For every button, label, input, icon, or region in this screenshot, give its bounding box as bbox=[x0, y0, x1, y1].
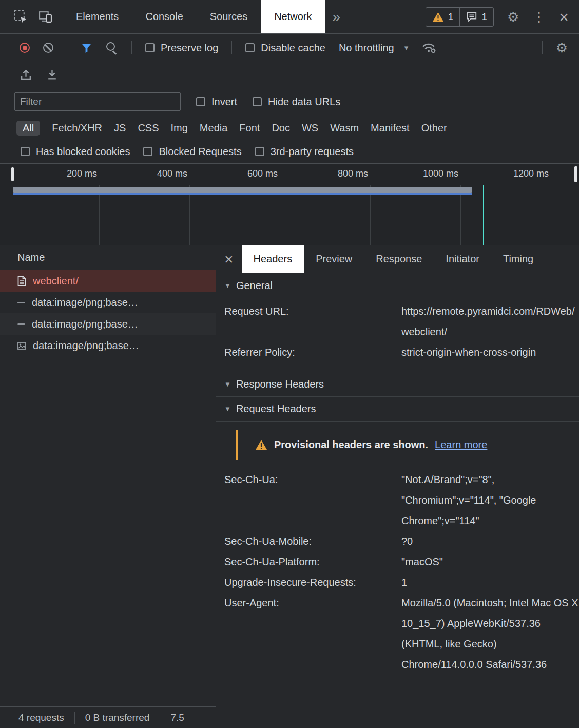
preserve-log-checkbox[interactable] bbox=[145, 43, 155, 52]
type-filter-wasm[interactable]: Wasm bbox=[330, 121, 359, 136]
header-value: "Not.A/Brand";v="8", "Chromium";v="114",… bbox=[401, 469, 579, 531]
timeline-tick: 1200 ms bbox=[461, 168, 551, 179]
filter-input[interactable] bbox=[14, 92, 181, 111]
messages-badge[interactable]: 1 bbox=[459, 8, 493, 26]
blocked-requests-checkbox[interactable] bbox=[143, 147, 152, 156]
kebab-menu-icon[interactable]: ⋮ bbox=[532, 10, 546, 24]
hide-data-urls-checkbox[interactable] bbox=[253, 97, 262, 106]
close-devtools-icon[interactable]: × bbox=[559, 9, 569, 25]
header-value: "macOS" bbox=[401, 551, 579, 572]
detail-tab-response[interactable]: Response bbox=[364, 245, 434, 273]
search-icon[interactable] bbox=[106, 42, 118, 54]
timeline-tick: 600 ms bbox=[190, 168, 280, 179]
resource-type-filters: All Fetch/XHR JS CSS Img Media Font Doc … bbox=[0, 116, 579, 140]
blocked-requests-toggle[interactable]: Blocked Requests bbox=[143, 146, 241, 158]
import-har-icon[interactable] bbox=[46, 68, 59, 81]
detail-tab-timing[interactable]: Timing bbox=[491, 245, 545, 273]
headers-detail-body: ▼ General Request URL: https://remote.py… bbox=[216, 273, 579, 728]
header-value: Mozilla/5.0 (Macintosh; Intel Mac OS X 1… bbox=[401, 592, 579, 675]
type-filter-ws[interactable]: WS bbox=[302, 121, 318, 136]
request-row[interactable]: webclient/ bbox=[0, 270, 216, 292]
response-headers-title: Response Headers bbox=[236, 378, 324, 390]
tab-console[interactable]: Console bbox=[132, 0, 196, 33]
device-toolbar-icon[interactable] bbox=[38, 10, 52, 23]
tab-elements[interactable]: Elements bbox=[63, 0, 132, 33]
header-key: Request URL: bbox=[224, 301, 401, 342]
inspect-element-icon[interactable] bbox=[13, 10, 27, 24]
close-details-icon[interactable]: × bbox=[224, 252, 234, 267]
detail-tab-initiator[interactable]: Initiator bbox=[434, 245, 491, 273]
preserve-log-toggle[interactable]: Preserve log bbox=[145, 42, 218, 54]
overview-right-handle[interactable] bbox=[574, 166, 577, 182]
export-har-icon[interactable] bbox=[20, 68, 32, 81]
request-row[interactable]: data:image/png;base… bbox=[0, 313, 216, 335]
detail-tab-preview[interactable]: Preview bbox=[304, 245, 364, 273]
network-overview[interactable]: 200 ms 400 ms 600 ms 800 ms 1000 ms 1200… bbox=[0, 163, 579, 245]
hide-data-urls-toggle[interactable]: Hide data URLs bbox=[253, 96, 340, 108]
request-details-panel: × Headers Preview Response Initiator Tim… bbox=[216, 245, 579, 728]
message-bubble-icon bbox=[466, 11, 477, 23]
has-blocked-cookies-label: Has blocked cookies bbox=[36, 146, 130, 158]
clear-network-log-icon[interactable] bbox=[43, 43, 53, 53]
type-filter-font[interactable]: Font bbox=[239, 121, 260, 136]
type-filter-doc[interactable]: Doc bbox=[272, 121, 290, 136]
type-filter-js[interactable]: JS bbox=[114, 121, 126, 136]
throttling-select[interactable]: No throttling ▾ bbox=[339, 42, 408, 54]
header-key: Sec-Ch-Ua: bbox=[224, 469, 401, 531]
request-row[interactable]: data:image/png;base… bbox=[0, 292, 216, 313]
response-headers-section-header[interactable]: ▼ Response Headers bbox=[216, 372, 579, 397]
invert-toggle[interactable]: Invert bbox=[196, 96, 237, 108]
general-section-header[interactable]: ▼ General bbox=[216, 273, 579, 298]
divider bbox=[74, 712, 75, 724]
divider bbox=[131, 41, 132, 54]
network-conditions-icon[interactable] bbox=[421, 41, 437, 54]
request-row[interactable]: data:image/png;base… bbox=[0, 335, 216, 356]
disable-cache-checkbox[interactable] bbox=[245, 43, 255, 52]
record-network-log-icon[interactable] bbox=[20, 43, 30, 53]
warnings-badge[interactable]: 1 bbox=[426, 8, 460, 26]
overview-left-handle[interactable] bbox=[11, 167, 14, 181]
devtools-window: Elements Console Sources Network » 1 1 bbox=[0, 0, 579, 728]
type-filter-manifest[interactable]: Manifest bbox=[371, 121, 410, 136]
header-row: Request URL: https://remote.pyramidci.co… bbox=[216, 301, 579, 342]
type-filter-fetch-xhr[interactable]: Fetch/XHR bbox=[52, 121, 102, 136]
divider bbox=[231, 41, 232, 54]
disable-cache-toggle[interactable]: Disable cache bbox=[245, 42, 325, 54]
general-section-title: General bbox=[236, 280, 273, 292]
header-row: Referrer Policy: strict-origin-when-cros… bbox=[216, 342, 579, 362]
messages-count: 1 bbox=[481, 11, 487, 23]
type-filter-img[interactable]: Img bbox=[171, 121, 188, 136]
type-filter-all[interactable]: All bbox=[16, 121, 40, 136]
has-blocked-cookies-toggle[interactable]: Has blocked cookies bbox=[21, 146, 130, 158]
request-headers-section-header[interactable]: ▼ Request Headers bbox=[216, 397, 579, 422]
type-filter-css[interactable]: CSS bbox=[138, 121, 159, 136]
data-url-icon bbox=[17, 323, 25, 325]
tab-sources[interactable]: Sources bbox=[197, 0, 261, 33]
warning-icon bbox=[255, 439, 267, 450]
tab-network[interactable]: Network bbox=[261, 0, 325, 33]
timeline-tick: 400 ms bbox=[100, 168, 190, 179]
has-blocked-cookies-checkbox[interactable] bbox=[21, 147, 30, 156]
learn-more-link[interactable]: Learn more bbox=[435, 439, 487, 451]
network-settings-gear-icon[interactable]: ⚙ bbox=[556, 41, 568, 54]
request-list-panel: Name webclient/ data:image/png;base… dat… bbox=[0, 245, 216, 728]
overview-chart[interactable] bbox=[0, 185, 579, 245]
settings-gear-icon[interactable]: ⚙ bbox=[507, 10, 519, 24]
type-filter-media[interactable]: Media bbox=[200, 121, 227, 136]
network-toolbar: Preserve log Disable cache No throttling… bbox=[0, 34, 579, 62]
third-party-requests-checkbox[interactable] bbox=[255, 147, 264, 156]
type-filter-other[interactable]: Other bbox=[421, 121, 447, 136]
detail-tab-headers[interactable]: Headers bbox=[242, 245, 304, 273]
name-column-header[interactable]: Name bbox=[0, 245, 216, 270]
finish-time: 7.5 bbox=[170, 712, 184, 723]
invert-checkbox[interactable] bbox=[196, 97, 205, 106]
tabbar-left-icons bbox=[0, 0, 63, 33]
third-party-requests-toggle[interactable]: 3rd-party requests bbox=[255, 146, 354, 158]
triangle-down-icon: ▼ bbox=[224, 405, 231, 413]
header-key: Referrer Policy: bbox=[224, 342, 401, 362]
more-tabs-icon[interactable]: » bbox=[325, 0, 348, 33]
filter-funnel-icon[interactable] bbox=[81, 42, 92, 54]
warning-icon bbox=[432, 12, 444, 22]
gridline bbox=[551, 185, 551, 245]
invert-label: Invert bbox=[211, 96, 237, 108]
